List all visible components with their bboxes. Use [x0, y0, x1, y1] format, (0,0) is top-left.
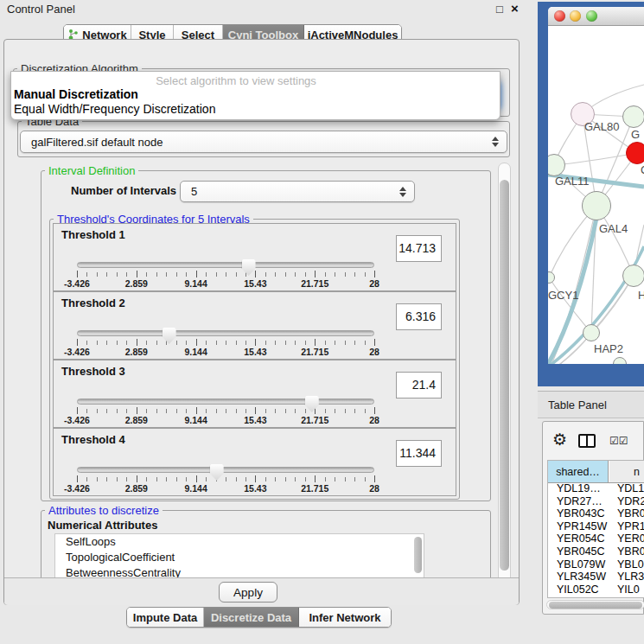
tab-discretize-data[interactable]: Discretize Data [204, 608, 299, 627]
table-toolbar: ⚙ ☑☑ [543, 422, 644, 460]
apply-button[interactable]: Apply [219, 582, 277, 603]
node-table: shared… n YDL19…YDL1YDR27…YDR2YBR043CYBR… [547, 460, 644, 598]
list-item[interactable]: SelfLoops [55, 534, 424, 550]
cell-shared-name: YPR145W [557, 520, 607, 532]
table-header-row: shared… n [548, 461, 644, 483]
table-hscrollbar-thumb[interactable] [549, 602, 642, 609]
threshold-3-slider[interactable]: -3.4262.8599.14415.4321.71528 [77, 397, 374, 426]
cell-shared-name: YDL19… [557, 482, 601, 494]
major-tick [196, 407, 197, 414]
threshold-3-value-field[interactable]: 21.4 [396, 372, 442, 399]
panel-scrollbar-track[interactable] [498, 163, 511, 598]
table-row[interactable]: YDR27…YDR2 [548, 495, 644, 508]
major-tick [255, 407, 256, 414]
table-row[interactable]: YDL19…YDL1 [548, 482, 644, 495]
major-tick [255, 339, 256, 346]
dropdown-item-equal-width[interactable]: Equal Width/Frequency Discretization [14, 102, 215, 116]
threshold-3-label: Threshold 3 [61, 365, 125, 378]
tick-label: -3.426 [64, 483, 90, 494]
major-tick [374, 339, 375, 346]
tick-label: 15.43 [244, 278, 266, 289]
major-tick [255, 475, 256, 482]
attributes-group-label: Attributes to discretize [45, 504, 163, 517]
network-canvas[interactable]: GAL80GCGAL11GAL4GCY1HHAP2 [548, 26, 644, 364]
slider-track[interactable] [77, 262, 374, 268]
network-node[interactable] [583, 324, 600, 341]
tab-infer-network[interactable]: Infer Network [299, 608, 391, 627]
table-row[interactable]: YIL052CYIL0 [548, 583, 644, 596]
cell-name: YIL0 [617, 583, 640, 596]
major-tick [137, 339, 137, 346]
cyni-mode-tabs: Impute Data Discretize Data Infer Networ… [126, 607, 392, 628]
panel-scrollbar-thumb[interactable] [500, 180, 509, 571]
network-window-titlebar[interactable] [548, 7, 644, 26]
table-panel-title: Table Panel [548, 399, 607, 411]
threshold-1-slider[interactable]: -3.4262.8599.14415.4321.71528 [77, 260, 374, 290]
cell-shared-name: YIL052C [557, 583, 599, 596]
network-node[interactable] [622, 265, 644, 287]
cell-name: YBR0 [617, 507, 644, 520]
network-node[interactable] [626, 142, 644, 164]
table-row[interactable]: YBR043CYBR0 [548, 507, 644, 520]
slider-track[interactable] [77, 330, 374, 336]
list-item[interactable]: TopologicalCoefficient [55, 550, 424, 565]
threshold-4-value-field[interactable]: 11.344 [396, 440, 442, 467]
tick-label: 28 [369, 483, 379, 494]
network-node[interactable] [548, 271, 555, 284]
cell-shared-name: YDR27… [557, 495, 603, 507]
combo-stepper-icon [399, 187, 407, 197]
threshold-2-slider[interactable]: -3.4262.8599.14415.4321.71528 [77, 328, 374, 358]
table-hscrollbar-track[interactable] [546, 600, 644, 609]
network-node[interactable] [582, 191, 611, 220]
numerical-attributes-list[interactable]: SelfLoops TopologicalCoefficient Between… [54, 533, 424, 579]
tick-label: 9.144 [184, 483, 207, 494]
panel-title: Control Panel [7, 3, 75, 16]
table-row[interactable]: YBR045CYBR0 [548, 545, 644, 558]
control-panel-titlebar: Control Panel □ × [0, 0, 536, 19]
cell-name: YDR2 [617, 495, 644, 507]
number-of-intervals-combobox[interactable]: 5 [180, 181, 415, 202]
numerical-attributes-label: Numerical Attributes [48, 519, 157, 532]
checkboxes-icon[interactable]: ☑☑ [609, 435, 628, 447]
close-icon[interactable]: × [511, 1, 519, 16]
tab-impute-data[interactable]: Impute Data [127, 608, 204, 627]
close-traffic-light-icon[interactable] [554, 10, 565, 22]
table-row[interactable]: YLR345WYLR3 [548, 571, 644, 583]
float-panel-icon[interactable]: □ [496, 3, 503, 16]
major-tick [77, 407, 78, 414]
tick-label: -3.426 [64, 278, 90, 289]
threshold-4-slider[interactable]: -3.4262.8599.14415.4321.71528 [77, 465, 374, 494]
tick-label: 15.43 [244, 415, 266, 425]
column-header-name[interactable]: n [609, 461, 644, 482]
columns-icon[interactable] [578, 434, 596, 448]
table-row[interactable]: YER054CYER0 [548, 532, 644, 545]
major-tick [374, 475, 375, 482]
slider-track[interactable] [77, 467, 374, 473]
cell-shared-name: YLR345W [557, 571, 606, 583]
major-tick [196, 271, 197, 277]
dropdown-placeholder-item[interactable]: Select algorithm to view settings [11, 74, 461, 87]
table-data-combobox[interactable]: galFiltered.sif default node [20, 131, 507, 153]
list-scrollbar[interactable] [414, 537, 422, 573]
gear-icon[interactable]: ⚙ [552, 431, 567, 449]
threshold-1-panel: Threshold 1 -3.4262.8599.14415.4321.7152… [53, 223, 456, 291]
table-row[interactable]: YPR145WYPR1 [548, 520, 644, 533]
minimize-traffic-light-icon[interactable] [570, 10, 581, 22]
network-node[interactable] [622, 105, 644, 128]
threshold-2-value-field[interactable]: 6.316 [396, 303, 442, 330]
major-tick [196, 339, 197, 346]
column-header-shared-name[interactable]: shared… [548, 461, 609, 482]
dropdown-item-manual-discretization[interactable]: Manual Discretization [14, 87, 138, 101]
major-tick [255, 271, 256, 277]
network-node[interactable] [548, 154, 565, 176]
zoom-traffic-light-icon[interactable] [586, 10, 597, 22]
node-label: HAP2 [594, 342, 623, 355]
tick-label: 15.43 [244, 483, 266, 494]
threshold-1-value-field[interactable]: 14.713 [396, 235, 442, 262]
slider-track[interactable] [77, 399, 374, 405]
slider-tick-labels: -3.4262.8599.14415.4321.71528 [77, 271, 374, 290]
table-row[interactable]: YBL079WYBL0 [548, 558, 644, 571]
threshold-4-panel: Threshold 4 -3.4262.8599.14415.4321.7152… [53, 428, 456, 496]
table-panel-titlebar: Table Panel [538, 391, 644, 418]
network-node[interactable] [613, 357, 627, 364]
